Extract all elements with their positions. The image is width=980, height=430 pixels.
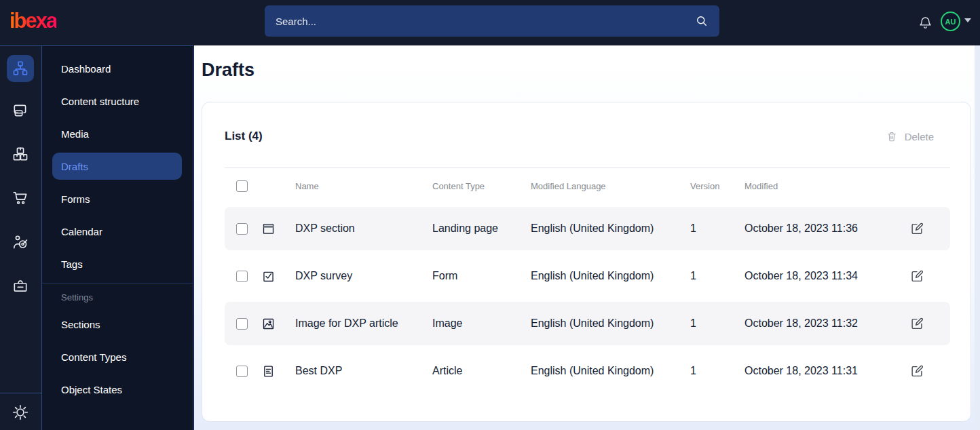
edit-icon (909, 269, 924, 284)
pages-icon (12, 102, 29, 119)
cart-icon (12, 189, 29, 207)
row-checkbox[interactable] (236, 271, 248, 282)
table-row[interactable]: DXP section Landing page English (United… (225, 207, 950, 250)
cell-name: Best DXP (295, 365, 432, 377)
cell-version: 1 (690, 317, 745, 330)
cell-modified: October 18, 2023 11:36 (745, 222, 903, 235)
trash-icon (886, 130, 898, 143)
column-header-content-type: Content Type (432, 181, 531, 191)
sidebar-item-media[interactable]: Media (52, 120, 182, 147)
sitemap-icon (12, 60, 29, 77)
cell-modified: October 18, 2023 11:34 (745, 270, 903, 282)
card-divider (225, 168, 950, 168)
drafts-table: Name Content Type Modified Language Vers… (225, 172, 950, 393)
settings-section-label: Settings (42, 284, 193, 311)
rail-item-admin-settings[interactable] (7, 399, 34, 426)
column-header-modified: Modified (745, 181, 903, 191)
content-type-icon (261, 222, 276, 236)
edit-icon (909, 221, 924, 236)
cell-modified-language: English (United Kingdom) (531, 317, 690, 330)
global-search[interactable] (265, 5, 719, 37)
column-header-name: Name (295, 181, 432, 191)
menu-divider (42, 283, 193, 284)
cell-modified-language: English (United Kingdom) (531, 222, 690, 235)
cell-content-type: Form (432, 270, 531, 282)
sidebar-item-content-structure[interactable]: Content structure (52, 87, 182, 115)
delete-button[interactable]: Delete (886, 130, 934, 143)
topbar: ibexa AU (0, 0, 980, 45)
sidebar-item-content-types[interactable]: Content Types (52, 343, 182, 370)
user-menu-chevron-down-icon[interactable] (964, 18, 971, 22)
cell-version: 1 (690, 222, 745, 235)
column-header-version: Version (690, 181, 745, 191)
sidebar-item-dashboard[interactable]: Dashboard (52, 55, 182, 82)
table-row[interactable]: DXP survey Form English (United Kingdom)… (225, 254, 950, 298)
cell-version: 1 (690, 270, 745, 282)
content-type-icon (261, 269, 276, 284)
edit-button[interactable] (909, 316, 924, 331)
search-input[interactable] (276, 16, 695, 27)
cell-modified: October 18, 2023 11:31 (745, 365, 903, 377)
cell-name: Image for DXP article (295, 317, 432, 330)
sidebar-item-sections[interactable]: Sections (52, 311, 182, 338)
sidebar-item-drafts[interactable]: Drafts (52, 153, 182, 180)
rail-item-pages[interactable] (7, 97, 34, 124)
content-type-icon (261, 317, 276, 331)
row-checkbox[interactable] (236, 318, 248, 330)
packages-icon (12, 145, 29, 163)
main-content: Drafts List (4) Delete Name Content Type… (194, 45, 980, 430)
cell-name: DXP survey (295, 270, 432, 282)
edit-icon (909, 364, 924, 378)
rail-item-product-catalog[interactable] (7, 140, 34, 168)
vertical-scrollbar[interactable] (975, 45, 980, 430)
cell-content-type: Image (432, 317, 531, 330)
badge-icon (12, 277, 29, 294)
row-checkbox[interactable] (236, 223, 248, 235)
ibexa-logo: ibexa (10, 9, 56, 33)
audience-target-icon (12, 233, 29, 251)
column-header-modified-language: Modified Language (531, 181, 690, 191)
cell-version: 1 (690, 365, 745, 377)
rail-divider (0, 393, 41, 393)
list-title: List (4) (225, 130, 263, 143)
table-row[interactable]: Best DXP Article English (United Kingdom… (225, 349, 950, 393)
edit-button[interactable] (909, 269, 924, 284)
sidebar-menu: Dashboard Content structure Media Drafts… (42, 45, 193, 430)
sidebar-item-forms[interactable]: Forms (52, 185, 182, 212)
sidebar-item-tags[interactable]: Tags (52, 250, 182, 277)
icon-rail (0, 45, 42, 430)
cell-name: DXP section (295, 222, 432, 235)
cell-content-type: Landing page (432, 222, 531, 235)
table-header-row: Name Content Type Modified Language Vers… (225, 172, 950, 199)
content-type-icon (261, 364, 276, 378)
cell-modified: October 18, 2023 11:32 (745, 317, 903, 330)
drafts-list-card: List (4) Delete Name Content Type Modifi… (202, 102, 971, 422)
row-checkbox[interactable] (236, 366, 248, 377)
rail-item-corporate[interactable] (7, 272, 34, 299)
edit-icon (909, 316, 924, 331)
notifications-bell-icon[interactable] (918, 15, 932, 30)
page-title: Drafts (202, 60, 255, 81)
table-row[interactable]: Image for DXP article Image English (Uni… (225, 302, 950, 345)
search-icon (695, 14, 709, 28)
cell-content-type: Article (432, 365, 531, 377)
rail-item-content[interactable] (7, 55, 34, 82)
user-avatar[interactable]: AU (941, 12, 960, 31)
edit-button[interactable] (909, 221, 924, 236)
sidebar-item-object-states[interactable]: Object States (52, 376, 182, 403)
edit-button[interactable] (909, 364, 924, 378)
rail-item-personalization[interactable] (7, 229, 34, 256)
gear-icon (12, 404, 29, 421)
select-all-checkbox[interactable] (236, 180, 248, 192)
cell-modified-language: English (United Kingdom) (531, 270, 690, 282)
delete-button-label: Delete (905, 131, 934, 142)
sidebar-item-calendar[interactable]: Calendar (52, 218, 182, 245)
cell-modified-language: English (United Kingdom) (531, 365, 690, 377)
rail-item-commerce[interactable] (7, 184, 34, 212)
